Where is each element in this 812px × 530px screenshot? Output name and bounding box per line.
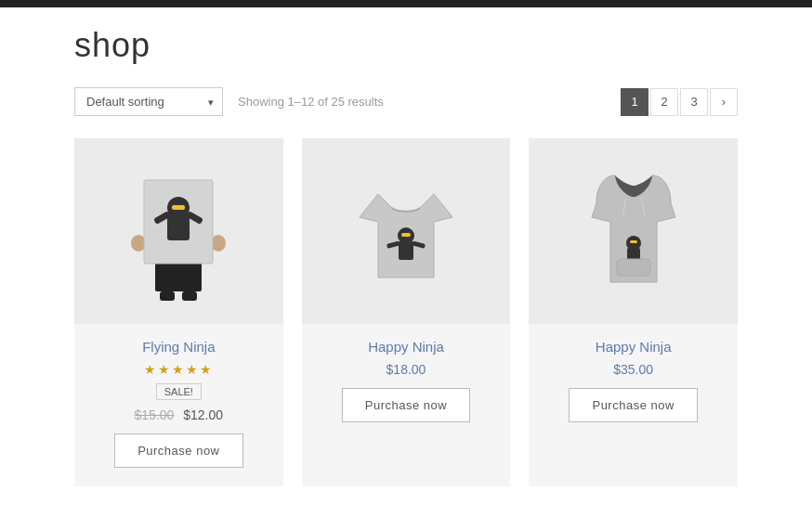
sort-select[interactable]: Default sorting Popularity Latest Price:…	[74, 87, 223, 116]
svg-rect-12	[182, 291, 197, 301]
svg-rect-23	[617, 259, 650, 276]
results-count: Showing 1–12 of 25 results	[238, 95, 384, 109]
svg-rect-15	[401, 233, 411, 237]
product-image-flying-ninja	[74, 138, 283, 324]
page-btn-2[interactable]: 2	[650, 88, 678, 116]
product-price-flying-ninja: $15.00 $12.00	[74, 407, 283, 422]
svg-rect-7	[167, 213, 190, 240]
page-btn-1[interactable]: 1	[621, 88, 648, 116]
product-name-flying-ninja: Flying Ninja	[74, 339, 283, 355]
product-price-happy-ninja-tshirt: $18.00	[302, 362, 511, 377]
price-only: $35.00	[613, 362, 653, 377]
product-name-happy-ninja-hoodie: Happy Ninja	[529, 339, 738, 355]
purchase-btn-happy-ninja-tshirt[interactable]: Purchase now	[342, 388, 470, 422]
product-card-happy-ninja-hoodie: Happy Ninja $35.00 Purchase now	[529, 138, 738, 486]
new-price: $12.00	[183, 407, 223, 422]
products-grid: Flying Ninja ★★★★★ SALE! $15.00 $12.00 P…	[74, 138, 738, 486]
top-bar	[0, 0, 812, 7]
pagination: 1 2 3 ›	[621, 88, 738, 116]
price-only: $18.00	[386, 362, 426, 377]
svg-rect-11	[160, 291, 175, 301]
product-stars-flying-ninja: ★★★★★	[74, 362, 283, 377]
sale-badge-flying-ninja: SALE!	[156, 383, 202, 400]
page-btn-next[interactable]: ›	[710, 88, 738, 116]
purchase-btn-happy-ninja-hoodie[interactable]: Purchase now	[569, 388, 697, 422]
product-image-happy-ninja-hoodie	[529, 138, 738, 324]
svg-rect-14	[399, 241, 413, 260]
page-title: shop	[74, 26, 738, 65]
product-name-happy-ninja-tshirt: Happy Ninja	[302, 339, 511, 355]
product-card-happy-ninja-tshirt: Happy Ninja $18.00 Purchase now	[302, 138, 511, 486]
purchase-btn-flying-ninja[interactable]: Purchase now	[114, 433, 242, 468]
svg-rect-8	[172, 205, 185, 210]
sort-select-wrapper[interactable]: Default sorting Popularity Latest Price:…	[74, 87, 223, 116]
product-image-happy-ninja-tshirt	[302, 138, 511, 324]
toolbar: Default sorting Popularity Latest Price:…	[74, 87, 738, 116]
svg-rect-22	[630, 240, 637, 243]
main-container: shop Default sorting Popularity Latest P…	[0, 7, 812, 505]
product-card-flying-ninja: Flying Ninja ★★★★★ SALE! $15.00 $12.00 P…	[74, 138, 283, 486]
old-price: $15.00	[135, 407, 175, 422]
product-price-happy-ninja-hoodie: $35.00	[529, 362, 738, 377]
page-btn-3[interactable]: 3	[680, 88, 708, 116]
